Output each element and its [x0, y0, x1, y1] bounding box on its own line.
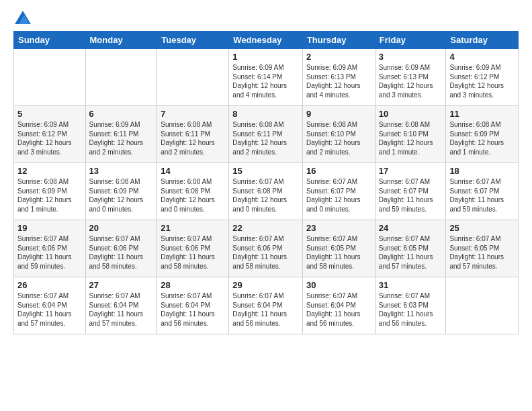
- calendar-cell: 7Sunrise: 6:08 AM Sunset: 6:11 PM Daylig…: [157, 106, 229, 163]
- calendar-cell: 21Sunrise: 6:07 AM Sunset: 6:06 PM Dayli…: [157, 220, 229, 277]
- calendar-week-row: 5Sunrise: 6:09 AM Sunset: 6:12 PM Daylig…: [14, 106, 519, 163]
- calendar-cell: 13Sunrise: 6:08 AM Sunset: 6:09 PM Dayli…: [85, 163, 157, 220]
- calendar-cell: 24Sunrise: 6:07 AM Sunset: 6:05 PM Dayli…: [375, 220, 446, 277]
- calendar-cell: 6Sunrise: 6:09 AM Sunset: 6:11 PM Daylig…: [85, 106, 157, 163]
- calendar-cell: 30Sunrise: 6:07 AM Sunset: 6:04 PM Dayli…: [302, 277, 375, 334]
- day-number: 31: [379, 280, 443, 290]
- calendar-cell: 27Sunrise: 6:07 AM Sunset: 6:04 PM Dayli…: [85, 277, 157, 334]
- calendar-cell: 2Sunrise: 6:09 AM Sunset: 6:13 PM Daylig…: [302, 49, 375, 106]
- calendar-cell: [85, 49, 157, 106]
- calendar-cell: 12Sunrise: 6:08 AM Sunset: 6:09 PM Dayli…: [14, 163, 86, 220]
- day-info: Sunrise: 6:07 AM Sunset: 6:06 PM Dayligh…: [232, 234, 299, 271]
- day-info: Sunrise: 6:09 AM Sunset: 6:12 PM Dayligh…: [17, 120, 82, 156]
- day-number: 25: [449, 223, 515, 233]
- calendar-cell: 28Sunrise: 6:07 AM Sunset: 6:04 PM Dayli…: [157, 277, 229, 334]
- calendar-day-header: Sunday: [14, 32, 86, 49]
- calendar-cell: 5Sunrise: 6:09 AM Sunset: 6:12 PM Daylig…: [14, 106, 86, 163]
- day-number: 28: [161, 280, 225, 290]
- day-info: Sunrise: 6:08 AM Sunset: 6:10 PM Dayligh…: [379, 120, 443, 156]
- calendar-day-header: Saturday: [446, 32, 519, 49]
- day-number: 15: [232, 166, 299, 176]
- day-info: Sunrise: 6:09 AM Sunset: 6:12 PM Dayligh…: [449, 63, 515, 99]
- day-info: Sunrise: 6:07 AM Sunset: 6:08 PM Dayligh…: [232, 177, 299, 214]
- day-info: Sunrise: 6:07 AM Sunset: 6:06 PM Dayligh…: [89, 234, 154, 271]
- calendar-cell: 14Sunrise: 6:08 AM Sunset: 6:08 PM Dayli…: [157, 163, 229, 220]
- day-info: Sunrise: 6:09 AM Sunset: 6:11 PM Dayligh…: [89, 120, 154, 156]
- day-info: Sunrise: 6:08 AM Sunset: 6:11 PM Dayligh…: [232, 120, 299, 156]
- day-number: 14: [161, 166, 225, 176]
- day-info: Sunrise: 6:07 AM Sunset: 6:04 PM Dayligh…: [89, 291, 154, 328]
- day-number: 29: [232, 280, 299, 290]
- day-info: Sunrise: 6:07 AM Sunset: 6:04 PM Dayligh…: [161, 291, 225, 328]
- day-number: 24: [379, 223, 443, 233]
- day-info: Sunrise: 6:07 AM Sunset: 6:05 PM Dayligh…: [306, 234, 371, 271]
- calendar-cell: 4Sunrise: 6:09 AM Sunset: 6:12 PM Daylig…: [446, 49, 519, 106]
- day-number: 21: [161, 223, 225, 233]
- day-info: Sunrise: 6:08 AM Sunset: 6:09 PM Dayligh…: [89, 177, 154, 214]
- day-number: 8: [232, 109, 299, 119]
- calendar-cell: 16Sunrise: 6:07 AM Sunset: 6:07 PM Dayli…: [302, 163, 375, 220]
- calendar-cell: 22Sunrise: 6:07 AM Sunset: 6:06 PM Dayli…: [229, 220, 303, 277]
- day-number: 23: [306, 223, 371, 233]
- day-number: 2: [306, 52, 371, 62]
- day-number: 3: [379, 52, 443, 62]
- calendar-day-header: Wednesday: [229, 32, 303, 49]
- day-number: 27: [89, 280, 154, 290]
- day-info: Sunrise: 6:07 AM Sunset: 6:06 PM Dayligh…: [17, 234, 82, 271]
- day-number: 4: [449, 52, 515, 62]
- day-info: Sunrise: 6:07 AM Sunset: 6:04 PM Dayligh…: [232, 291, 299, 328]
- calendar-cell: 31Sunrise: 6:07 AM Sunset: 6:03 PM Dayli…: [375, 277, 446, 334]
- day-info: Sunrise: 6:07 AM Sunset: 6:04 PM Dayligh…: [17, 291, 82, 328]
- day-number: 19: [17, 223, 82, 233]
- calendar-day-header: Thursday: [302, 32, 375, 49]
- day-number: 1: [232, 52, 299, 62]
- calendar-day-header: Monday: [85, 32, 157, 49]
- calendar-cell: [157, 49, 229, 106]
- day-number: 17: [379, 166, 443, 176]
- calendar-cell: 19Sunrise: 6:07 AM Sunset: 6:06 PM Dayli…: [14, 220, 86, 277]
- day-number: 20: [89, 223, 154, 233]
- calendar-cell: [14, 49, 86, 106]
- day-info: Sunrise: 6:07 AM Sunset: 6:04 PM Dayligh…: [306, 291, 371, 328]
- calendar-cell: 26Sunrise: 6:07 AM Sunset: 6:04 PM Dayli…: [14, 277, 86, 334]
- day-number: 12: [17, 166, 82, 176]
- calendar-week-row: 12Sunrise: 6:08 AM Sunset: 6:09 PM Dayli…: [14, 163, 519, 220]
- day-info: Sunrise: 6:08 AM Sunset: 6:09 PM Dayligh…: [17, 177, 82, 214]
- calendar-cell: 20Sunrise: 6:07 AM Sunset: 6:06 PM Dayli…: [85, 220, 157, 277]
- day-info: Sunrise: 6:07 AM Sunset: 6:07 PM Dayligh…: [379, 177, 443, 214]
- page: SundayMondayTuesdayWednesdayThursdayFrid…: [0, 0, 532, 342]
- header: [13, 11, 519, 21]
- calendar-table: SundayMondayTuesdayWednesdayThursdayFrid…: [13, 31, 519, 334]
- day-number: 9: [306, 109, 371, 119]
- day-number: 18: [449, 166, 515, 176]
- calendar-header-row: SundayMondayTuesdayWednesdayThursdayFrid…: [14, 32, 519, 49]
- calendar-cell: 11Sunrise: 6:08 AM Sunset: 6:09 PM Dayli…: [446, 106, 519, 163]
- day-number: 13: [89, 166, 154, 176]
- day-info: Sunrise: 6:08 AM Sunset: 6:08 PM Dayligh…: [161, 177, 225, 214]
- day-number: 26: [17, 280, 82, 290]
- calendar-cell: 17Sunrise: 6:07 AM Sunset: 6:07 PM Dayli…: [375, 163, 446, 220]
- day-info: Sunrise: 6:07 AM Sunset: 6:05 PM Dayligh…: [449, 234, 515, 271]
- calendar-week-row: 26Sunrise: 6:07 AM Sunset: 6:04 PM Dayli…: [14, 277, 519, 334]
- calendar-cell: [446, 277, 519, 334]
- day-info: Sunrise: 6:07 AM Sunset: 6:05 PM Dayligh…: [379, 234, 443, 271]
- day-info: Sunrise: 6:07 AM Sunset: 6:07 PM Dayligh…: [449, 177, 515, 214]
- day-number: 5: [17, 109, 82, 119]
- calendar-day-header: Friday: [375, 32, 446, 49]
- day-info: Sunrise: 6:09 AM Sunset: 6:14 PM Dayligh…: [232, 63, 299, 99]
- calendar-cell: 9Sunrise: 6:08 AM Sunset: 6:10 PM Daylig…: [302, 106, 375, 163]
- day-info: Sunrise: 6:08 AM Sunset: 6:09 PM Dayligh…: [449, 120, 515, 156]
- day-number: 30: [306, 280, 371, 290]
- calendar-cell: 15Sunrise: 6:07 AM Sunset: 6:08 PM Dayli…: [229, 163, 303, 220]
- calendar-cell: 29Sunrise: 6:07 AM Sunset: 6:04 PM Dayli…: [229, 277, 303, 334]
- day-info: Sunrise: 6:07 AM Sunset: 6:06 PM Dayligh…: [161, 234, 225, 271]
- day-info: Sunrise: 6:07 AM Sunset: 6:07 PM Dayligh…: [306, 177, 371, 214]
- day-number: 22: [232, 223, 299, 233]
- day-info: Sunrise: 6:09 AM Sunset: 6:13 PM Dayligh…: [379, 63, 443, 99]
- day-number: 7: [161, 109, 225, 119]
- day-number: 10: [379, 109, 443, 119]
- calendar-week-row: 19Sunrise: 6:07 AM Sunset: 6:06 PM Dayli…: [14, 220, 519, 277]
- day-info: Sunrise: 6:08 AM Sunset: 6:11 PM Dayligh…: [161, 120, 225, 156]
- day-info: Sunrise: 6:09 AM Sunset: 6:13 PM Dayligh…: [306, 63, 371, 99]
- day-info: Sunrise: 6:08 AM Sunset: 6:10 PM Dayligh…: [306, 120, 371, 156]
